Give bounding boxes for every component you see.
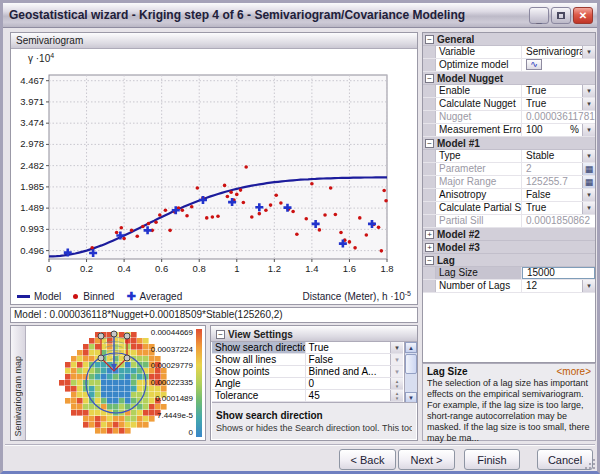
binned-point[interactable] xyxy=(211,215,215,219)
view-settings-scrollbar[interactable]: ▲ ▼ xyxy=(404,342,417,403)
binned-point[interactable] xyxy=(115,231,119,235)
setting-value[interactable]: 45▴▾ xyxy=(306,390,403,401)
setting-value[interactable]: False▾ xyxy=(306,354,403,365)
binned-point[interactable] xyxy=(135,235,139,239)
binned-point[interactable] xyxy=(291,210,295,214)
spinner-down-icon[interactable]: ▾ xyxy=(396,384,399,389)
binned-point[interactable] xyxy=(196,186,200,190)
dropdown-arrow-icon[interactable]: ▾ xyxy=(582,124,595,136)
binned-point[interactable] xyxy=(348,240,352,244)
property-row[interactable]: Optimize model∿ xyxy=(423,59,595,72)
spinner-down-icon[interactable]: ▾ xyxy=(396,396,399,401)
binned-point[interactable] xyxy=(304,217,308,221)
direction-handle[interactable] xyxy=(98,355,104,361)
next-button[interactable]: Next > xyxy=(398,449,455,470)
property-value[interactable]: False▾ xyxy=(522,189,595,201)
setting-label[interactable]: Tolerance xyxy=(212,390,306,401)
finish-button[interactable]: Finish xyxy=(464,449,520,470)
binned-point[interactable] xyxy=(382,189,386,193)
property-label[interactable]: Type xyxy=(436,150,522,162)
property-value[interactable]: True▾ xyxy=(522,85,595,97)
expand-icon[interactable]: + xyxy=(425,243,434,252)
category-general[interactable]: −General xyxy=(423,33,595,46)
property-row[interactable]: Number of Lags12▾ xyxy=(423,280,595,293)
binned-point[interactable] xyxy=(141,225,145,229)
resize-grip[interactable] xyxy=(584,458,596,470)
property-label[interactable]: Partial Sill xyxy=(436,215,522,227)
semivariogram-map[interactable]: 0.000446690.000372240.000297790.00022335… xyxy=(26,326,205,440)
view-settings-row[interactable]: Show search directionTrue▾ xyxy=(212,342,403,354)
more-link[interactable]: <more> xyxy=(557,366,591,377)
binned-point[interactable] xyxy=(130,229,134,233)
plot-area[interactable] xyxy=(49,75,387,259)
binned-point[interactable] xyxy=(223,184,227,188)
minimize-button[interactable]: _ xyxy=(529,7,549,24)
property-value[interactable]: 0.00003611781 xyxy=(522,111,595,123)
property-value[interactable]: Semivariogram▾ xyxy=(522,46,595,58)
category-model-1[interactable]: −Model #1 xyxy=(423,137,595,150)
property-value[interactable]: True▾ xyxy=(522,98,595,110)
property-label[interactable]: Variable xyxy=(436,46,522,58)
binned-point[interactable] xyxy=(229,190,233,194)
property-value[interactable]: 125255.7▦ xyxy=(522,176,595,188)
dropdown-arrow-icon[interactable]: ▾ xyxy=(582,46,595,58)
property-row[interactable]: Major Range125255.7▦ xyxy=(423,176,595,189)
property-row[interactable]: AnisotropyFalse▾ xyxy=(423,189,595,202)
binned-point[interactable] xyxy=(122,237,126,241)
property-row[interactable]: EnableTrue▾ xyxy=(423,85,595,98)
collapse-icon[interactable]: − xyxy=(425,139,434,148)
dropdown-arrow-icon[interactable]: ▾ xyxy=(582,280,595,292)
binned-point[interactable] xyxy=(334,213,338,217)
property-value[interactable]: 2▦ xyxy=(522,163,595,175)
binned-point[interactable] xyxy=(216,214,220,218)
scroll-thumb[interactable] xyxy=(405,354,417,374)
binned-point[interactable] xyxy=(310,182,314,186)
category-model-2[interactable]: +Model #2 xyxy=(423,228,595,241)
binned-point[interactable] xyxy=(168,229,172,233)
binned-point[interactable] xyxy=(154,220,158,224)
binned-point[interactable] xyxy=(181,208,185,212)
property-label[interactable]: Optimize model xyxy=(436,59,522,71)
category-lag[interactable]: −Lag xyxy=(423,254,595,267)
property-value[interactable]: 100%▾ xyxy=(522,124,595,136)
scroll-up-button[interactable]: ▲ xyxy=(405,342,417,353)
direction-handle[interactable] xyxy=(124,333,130,339)
binned-point[interactable] xyxy=(264,208,268,212)
property-value[interactable]: ∿ xyxy=(522,59,595,71)
binned-point[interactable] xyxy=(164,208,168,212)
setting-value[interactable]: True▾ xyxy=(306,342,403,353)
binned-point[interactable] xyxy=(119,226,123,230)
binned-point[interactable] xyxy=(365,233,369,237)
binned-point[interactable] xyxy=(250,215,254,219)
spinner-control[interactable]: ▴▾ xyxy=(390,378,403,389)
binned-point[interactable] xyxy=(242,201,246,205)
expand-icon[interactable]: + xyxy=(425,230,434,239)
view-settings-header[interactable]: − View Settings xyxy=(211,326,417,342)
property-label[interactable]: Measurement Error xyxy=(436,124,522,136)
binned-point[interactable] xyxy=(323,213,327,217)
dropdown-arrow-icon[interactable]: ▾ xyxy=(582,85,595,97)
dropdown-arrow-icon[interactable]: ▾ xyxy=(390,354,403,365)
property-row[interactable]: Measurement Error100%▾ xyxy=(423,124,595,137)
setting-label[interactable]: Angle xyxy=(212,378,306,389)
binned-point[interactable] xyxy=(147,222,151,226)
calculator-icon[interactable]: ▦ xyxy=(582,163,595,175)
property-label[interactable]: Major Range xyxy=(436,176,522,188)
close-button[interactable]: ✕ xyxy=(573,7,593,24)
binned-point[interactable] xyxy=(226,195,230,199)
dropdown-arrow-icon[interactable]: ▾ xyxy=(582,150,595,162)
binned-point[interactable] xyxy=(205,216,209,220)
dropdown-arrow-icon[interactable]: ▾ xyxy=(582,98,595,110)
binned-point[interactable] xyxy=(295,232,299,236)
property-value[interactable]: 15000 xyxy=(522,267,595,279)
view-settings-row[interactable]: Angle0▴▾ xyxy=(212,378,403,390)
direction-handle[interactable] xyxy=(124,355,130,361)
binned-point[interactable] xyxy=(339,231,343,235)
binned-point[interactable] xyxy=(318,228,322,232)
binned-point[interactable] xyxy=(244,165,248,169)
dropdown-arrow-icon[interactable]: ▾ xyxy=(390,366,403,377)
category-model-3[interactable]: +Model #3 xyxy=(423,241,595,254)
property-label[interactable]: Nugget xyxy=(436,111,522,123)
view-settings-row[interactable]: Show pointsBinned and A...▾ xyxy=(212,366,403,378)
setting-value[interactable]: Binned and A...▾ xyxy=(306,366,403,377)
